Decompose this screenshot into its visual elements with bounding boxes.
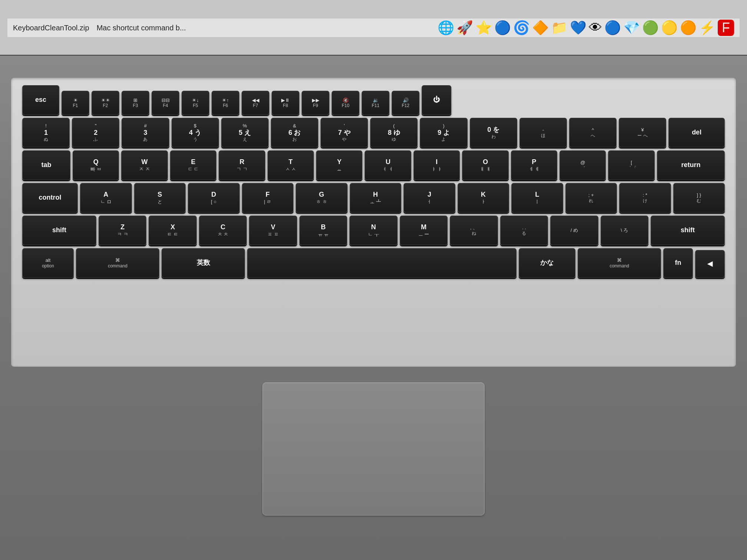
- key-i[interactable]: I ㅑ ㅑ: [414, 150, 460, 180]
- key-at[interactable]: @ ゛: [560, 150, 606, 180]
- key-s[interactable]: S と: [134, 183, 186, 213]
- key-7[interactable]: ' 7 や や: [321, 118, 368, 147]
- file-name: KeyboardCleanTool.zip: [13, 24, 89, 32]
- key-r[interactable]: R ㄱ ㄱ: [219, 150, 265, 180]
- key-n[interactable]: N ㄴ ┰: [349, 216, 397, 245]
- key-slash[interactable]: / め: [550, 216, 598, 245]
- dock-icon[interactable]: 🟢: [642, 20, 659, 36]
- dock-icon[interactable]: 🔶: [532, 20, 549, 36]
- key-l[interactable]: L ㅣ: [511, 183, 563, 213]
- trackpad[interactable]: [262, 382, 485, 516]
- key-c[interactable]: C ㅊ ㅊ: [199, 216, 247, 245]
- key-esc[interactable]: esc: [22, 85, 59, 115]
- key-g[interactable]: G ㅎ ㅎ: [296, 183, 348, 213]
- key-m[interactable]: M ㅡ ー: [400, 216, 448, 245]
- key-open-bracket[interactable]: [ ゜ 「: [608, 150, 654, 180]
- key-return[interactable]: return: [657, 150, 725, 180]
- screen-display: KeyboardCleanTool.zip Mac shortcut comma…: [0, 0, 747, 56]
- key-f4[interactable]: ⊟⊟ F4: [152, 91, 179, 115]
- key-o[interactable]: O ㅐ ㅒ: [462, 150, 508, 180]
- key-q[interactable]: Q 빠 ㅂ: [73, 150, 119, 180]
- key-k[interactable]: K ㅏ: [458, 183, 509, 213]
- key-kana[interactable]: かな: [519, 248, 575, 278]
- key-backslash[interactable]: \ ろ: [601, 216, 648, 245]
- key-colon[interactable]: : * け: [619, 183, 671, 213]
- key-j[interactable]: J ㅓ: [404, 183, 455, 213]
- key-0[interactable]: 0 を わ: [470, 118, 517, 147]
- key-command-left[interactable]: ⌘ command: [76, 248, 159, 278]
- key-h[interactable]: H ㅗ ┻: [350, 183, 402, 213]
- key-control[interactable]: control: [22, 183, 78, 213]
- key-delete[interactable]: del: [668, 118, 725, 147]
- key-f1[interactable]: ☀ F1: [62, 91, 89, 115]
- dock-icon[interactable]: 🟠: [680, 20, 697, 36]
- keyboard-container: esc ☀ F1 ☀☀ F2 ⊞ F3 ⊟⊟ F4: [11, 78, 736, 367]
- key-eisu[interactable]: 英数: [162, 248, 245, 278]
- key-3[interactable]: # 3 あ: [122, 118, 169, 147]
- key-arrow-left[interactable]: ◀: [695, 250, 725, 278]
- key-f[interactable]: F | ㄹ: [242, 183, 294, 213]
- key-tab[interactable]: tab: [22, 150, 70, 180]
- key-f8[interactable]: ▶⏸ F8: [272, 91, 299, 115]
- key-f9[interactable]: ▶▶ F9: [302, 91, 329, 115]
- key-f12[interactable]: 🔊 F12: [392, 91, 419, 115]
- key-shift-right[interactable]: shift: [651, 216, 725, 245]
- key-f7[interactable]: ◀◀ F7: [242, 91, 269, 115]
- key-f10[interactable]: 🔇 F10: [332, 91, 359, 115]
- key-2[interactable]: " 2 ふ: [72, 118, 119, 147]
- key-f3[interactable]: ⊞ F3: [122, 91, 149, 115]
- key-z[interactable]: Z ㅋ ㅋ: [99, 216, 146, 245]
- key-f6[interactable]: ☀↑ F6: [212, 91, 239, 115]
- dock-icon[interactable]: 🟡: [661, 20, 678, 36]
- dock-icon[interactable]: 💎: [623, 20, 640, 36]
- key-power[interactable]: ⏻: [422, 85, 451, 115]
- key-a[interactable]: A ㄴ ロ: [80, 183, 132, 213]
- key-f5[interactable]: ☀↓ F5: [182, 91, 209, 115]
- dock-icon[interactable]: 👁: [589, 20, 602, 36]
- keyboard: esc ☀ F1 ☀☀ F2 ⊞ F3 ⊟⊟ F4: [22, 85, 725, 278]
- dock-icon[interactable]: ⭐: [475, 20, 492, 36]
- key-fn[interactable]: fn: [663, 248, 693, 278]
- dock-icon[interactable]: 🌐: [438, 20, 454, 36]
- key-period[interactable]: . . る: [500, 216, 548, 245]
- key-close-bracket[interactable]: ] } む: [673, 183, 725, 213]
- zxcv-row: shift Z ㅋ ㅋ X ㅌ ㅌ C ㅊ ㅊ V ㅍ ㅍ: [22, 216, 725, 245]
- fn-row: esc ☀ F1 ☀☀ F2 ⊞ F3 ⊟⊟ F4: [22, 85, 725, 115]
- key-yen[interactable]: ¥ ー へ: [619, 118, 666, 147]
- key-8[interactable]: ( 8 ゆ ゆ: [370, 118, 418, 147]
- key-u[interactable]: U ㅕ ㅕ: [365, 150, 411, 180]
- key-shift-left[interactable]: shift: [22, 216, 96, 245]
- key-1[interactable]: ! 1 ぬ: [22, 118, 70, 147]
- key-9[interactable]: ) 9 よ よ: [420, 118, 467, 147]
- key-x[interactable]: X ㅌ ㅌ: [149, 216, 196, 245]
- key-semicolon[interactable]: ; + れ: [565, 183, 617, 213]
- key-b[interactable]: B ㅠ ㅠ: [299, 216, 347, 245]
- qwerty-row: tab Q 빠 ㅂ W ㅈ ㅈ E ㄷ ㄷ R ㄱ ㄱ: [22, 150, 725, 180]
- dock-icon[interactable]: 💙: [570, 20, 587, 36]
- dock-icon[interactable]: F: [718, 20, 734, 36]
- key-y[interactable]: Y ㅛ: [316, 150, 362, 180]
- key-w[interactable]: W ㅈ ㅈ: [121, 150, 167, 180]
- key-6[interactable]: & 6 お お: [271, 118, 318, 147]
- dock-icon[interactable]: ⚡: [699, 20, 716, 36]
- key-p[interactable]: P ㅔ ㅖ: [511, 150, 557, 180]
- key-hat[interactable]: ^ へ: [569, 118, 617, 147]
- key-v[interactable]: V ㅍ ㅍ: [249, 216, 297, 245]
- key-f2[interactable]: ☀☀ F2: [92, 91, 119, 115]
- dock-icon[interactable]: 🔵: [604, 20, 621, 36]
- key-d[interactable]: D [ ○: [188, 183, 240, 213]
- key-t[interactable]: T ㅅ ㅅ: [268, 150, 314, 180]
- key-5[interactable]: % 5 え え: [221, 118, 269, 147]
- key-space[interactable]: [247, 248, 517, 278]
- dock-icon[interactable]: 📁: [551, 20, 568, 36]
- key-f11[interactable]: 🔉 F11: [362, 91, 389, 115]
- key-alt-option[interactable]: alt option: [22, 248, 74, 278]
- dock-icon[interactable]: 🚀: [456, 20, 473, 36]
- key-comma[interactable]: , 、 ね: [450, 216, 498, 245]
- dock-icon[interactable]: 🌀: [513, 20, 530, 36]
- key-e[interactable]: E ㄷ ㄷ: [170, 150, 216, 180]
- dock-icon[interactable]: 🔵: [494, 20, 511, 36]
- key-4[interactable]: $ 4 う う: [172, 118, 219, 147]
- key-minus[interactable]: - ほ: [519, 118, 567, 147]
- key-command-right[interactable]: ⌘ command: [578, 248, 661, 278]
